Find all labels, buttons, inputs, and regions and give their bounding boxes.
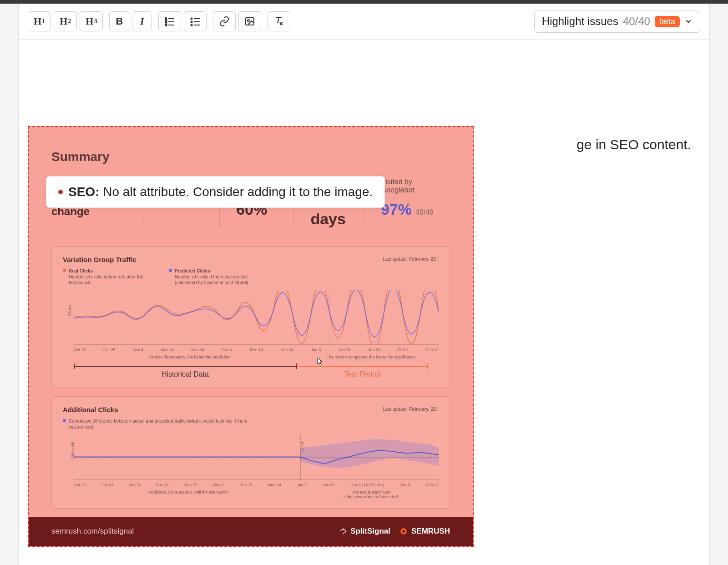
chart2-title: Additional Clicks [63,406,439,414]
chart1-svg [74,290,439,344]
chart-variation-traffic: Last update: February, 22 i Variation Gr… [51,246,450,388]
highlight-issues-dropdown[interactable]: Highlight issues 40/40 beta [534,10,700,33]
h3-button[interactable]: H3 [80,11,103,31]
insert-group [213,11,261,31]
beta-badge: beta [655,16,680,27]
chart2-plot: Clicks diff Launch [74,434,439,480]
image-button[interactable] [238,11,261,31]
svg-point-6 [191,18,192,20]
cursor-icon [317,357,324,366]
googlebot-value: 97%48/49 [381,201,434,218]
format-group: B I [109,11,152,31]
semrush-brand: SEMRUSH [399,527,450,536]
image-footer: semrush.com/splitsignal SplitSignal SEMR… [29,517,473,546]
clear-group [268,11,290,31]
image-icon [244,16,255,27]
chart1-plot: Clicks [74,290,439,345]
unordered-list-button[interactable] [184,11,207,31]
chart2-x-ticks: Oct 22Oct 31Nov 9Nov 18Nov 27Dec 6Dec 15… [74,483,439,487]
legend-dot-predicted [169,269,172,272]
link-button[interactable] [213,11,236,31]
clear-format-icon [273,16,284,27]
tooltip-text: SEO: No alt attribute. Consider adding i… [68,185,373,199]
last-update-2: Last update: February, 22 i [383,406,439,413]
summary-title: Summary [51,150,450,164]
svg-text:1: 1 [165,17,167,20]
chart1-helper: The less discrepancy, the better the pre… [74,355,439,359]
h1-button[interactable]: H1 [28,11,51,31]
list-group: 123 [158,11,207,31]
legend-dot-cumulative [63,419,66,422]
unordered-list-icon [190,16,201,27]
splitsignal-icon [339,528,347,535]
editor-content[interactable]: ge in SEO content. SEO: No alt attribute… [19,126,709,565]
italic-button[interactable]: I [132,11,152,31]
ordered-list-icon: 123 [164,16,175,27]
footer-url: semrush.com/splitsignal [51,527,330,536]
range-bar [74,366,428,367]
editor-toolbar: H1 H2 H3 B I 123 [19,4,709,40]
seo-issue-tooltip: SEO: No alt attribute. Consider adding i… [46,176,385,208]
partial-paragraph-text: ge in SEO content. [576,137,691,152]
semrush-icon [399,527,408,535]
issues-label: Highlight issues [542,15,618,28]
h2-button[interactable]: H2 [54,11,77,31]
chart2-helper: Additional clicks equal 0 until the test… [74,490,439,499]
chart2-legend: Cumulative difference between actual and… [63,418,439,430]
googlebot-label: Visited by Googlebot [381,178,434,194]
svg-point-8 [191,21,192,23]
chevron-down-icon [684,17,693,25]
svg-text:3: 3 [165,23,167,26]
issues-count: 40/40 [623,15,650,28]
svg-point-13 [248,20,249,21]
splitsignal-brand: SplitSignal [339,527,390,536]
legend-dot-real [63,269,66,272]
clear-format-button[interactable] [268,11,290,31]
svg-point-10 [191,25,192,26]
editor-frame: H1 H2 H3 B I 123 [18,4,710,565]
last-update: Last update: February, 22 i [383,256,439,262]
chart1-title: Variation Group Traffic [63,256,439,263]
svg-text:2: 2 [165,20,167,23]
window-top-bar [0,0,728,4]
issue-severity-dot [58,190,63,194]
range-labels: Historical Data Test Period [74,370,428,378]
chart-additional-clicks: Last update: February, 22 i Additional C… [51,396,450,509]
svg-point-18 [402,530,405,533]
heading-group: H1 H2 H3 [28,11,103,31]
link-icon [219,16,230,27]
bold-button[interactable]: B [109,11,129,31]
chart1-legend: Real ClicksNumber of clicks before and a… [63,268,439,286]
chart1-x-ticks: Oct 15Oct 25Nov 4Nov 14Nov 24Dec 4Dec 14… [74,348,439,352]
ordered-list-button[interactable]: 123 [158,11,181,31]
